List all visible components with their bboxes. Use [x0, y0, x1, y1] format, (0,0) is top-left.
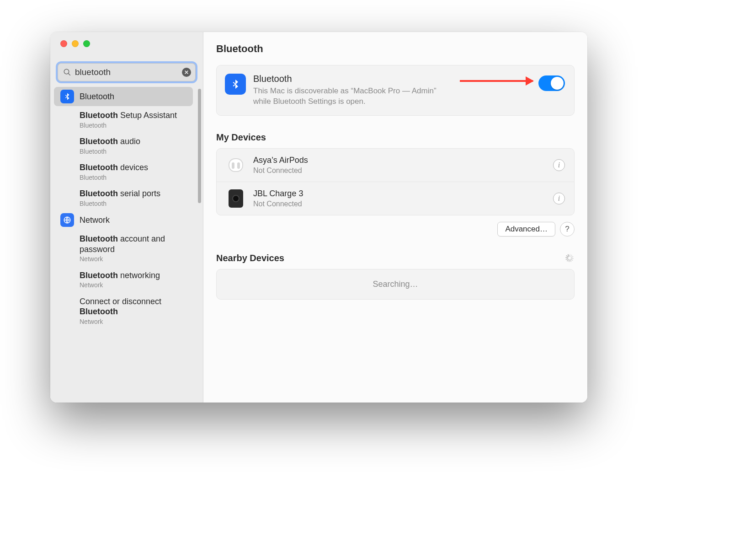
- search-input[interactable]: [58, 63, 196, 81]
- sidebar-item-network[interactable]: Network: [54, 210, 193, 230]
- sidebar: BluetoothBluetooth Setup AssistantBlueto…: [50, 32, 203, 403]
- result-title: Connect or disconnect Bluetooth: [80, 296, 188, 317]
- sidebar-results: BluetoothBluetooth Setup AssistantBlueto…: [50, 87, 203, 403]
- bluetooth-icon: [225, 74, 246, 95]
- search-container: [58, 63, 196, 81]
- result-title: Bluetooth audio: [80, 136, 140, 147]
- result-category: Bluetooth: [80, 174, 148, 182]
- search-icon: [63, 68, 71, 76]
- nearby-status-text: Searching…: [373, 279, 418, 289]
- result-category: Bluetooth: [80, 200, 160, 208]
- minimize-window-button[interactable]: [72, 40, 79, 47]
- network-icon: [60, 213, 74, 227]
- content-pane: Bluetooth Bluetooth This Mac is discover…: [203, 32, 587, 403]
- sidebar-group-label: Bluetooth: [80, 91, 114, 102]
- clear-search-button[interactable]: [182, 68, 191, 77]
- toggle-knob: [551, 77, 564, 90]
- bluetooth-description: This Mac is discoverable as “MacBook Pro…: [253, 86, 455, 107]
- my-devices-actions: Advanced… ?: [216, 222, 575, 236]
- spinner-icon: [564, 253, 575, 263]
- fullscreen-window-button[interactable]: [83, 40, 90, 47]
- result-category: Network: [80, 318, 188, 326]
- bluetooth-toggle[interactable]: [538, 75, 565, 91]
- close-window-button[interactable]: [60, 40, 67, 47]
- close-icon: [184, 70, 189, 75]
- result-title: Bluetooth Setup Assistant: [80, 110, 177, 121]
- device-status: Not Connected: [253, 167, 553, 175]
- bluetooth-heading: Bluetooth: [253, 74, 455, 84]
- sidebar-search-result[interactable]: Bluetooth serial portsBluetooth: [54, 184, 193, 210]
- nearby-devices-card: Searching…: [216, 269, 575, 300]
- my-devices-title: My Devices: [216, 132, 575, 143]
- airpods-icon: [226, 155, 246, 175]
- settings-window: BluetoothBluetooth Setup AssistantBlueto…: [50, 32, 587, 403]
- annotation-arrow: [460, 80, 533, 82]
- device-status: Not Connected: [253, 200, 553, 208]
- device-info-button[interactable]: i: [553, 159, 565, 171]
- device-row[interactable]: Asya’s AirPodsNot Connectedi: [217, 149, 574, 182]
- svg-point-0: [64, 69, 69, 74]
- device-info-button[interactable]: i: [553, 193, 565, 204]
- advanced-button[interactable]: Advanced…: [497, 222, 555, 236]
- result-title: Bluetooth devices: [80, 162, 148, 173]
- bluetooth-icon: [60, 90, 74, 103]
- result-category: Network: [80, 255, 188, 263]
- nearby-devices-title: Nearby Devices: [216, 253, 575, 263]
- sidebar-group-label: Network: [80, 215, 110, 226]
- sidebar-search-result[interactable]: Bluetooth networkingNetwork: [54, 266, 193, 292]
- sidebar-search-result[interactable]: Bluetooth account and passwordNetwork: [54, 230, 193, 266]
- page-title: Bluetooth: [216, 43, 575, 55]
- sidebar-item-bluetooth[interactable]: Bluetooth: [54, 87, 193, 106]
- device-name: Asya’s AirPods: [253, 156, 553, 165]
- sidebar-scrollbar[interactable]: [198, 89, 201, 203]
- result-category: Bluetooth: [80, 148, 140, 156]
- result-title: Bluetooth serial ports: [80, 188, 160, 199]
- bluetooth-status-text: Bluetooth This Mac is discoverable as “M…: [253, 74, 565, 107]
- help-button[interactable]: ?: [560, 222, 575, 236]
- device-name: JBL Charge 3: [253, 189, 553, 199]
- result-title: Bluetooth networking: [80, 270, 160, 281]
- sidebar-search-result[interactable]: Bluetooth devicesBluetooth: [54, 158, 193, 184]
- sidebar-search-result[interactable]: Connect or disconnect BluetoothNetwork: [54, 292, 193, 329]
- result-category: Network: [80, 281, 160, 290]
- result-title: Bluetooth account and password: [80, 234, 188, 254]
- my-devices-list: Asya’s AirPodsNot ConnectediJBL Charge 3…: [216, 148, 575, 215]
- svg-line-1: [68, 73, 70, 75]
- device-row[interactable]: JBL Charge 3Not Connectedi: [217, 182, 574, 215]
- sidebar-search-result[interactable]: Bluetooth Setup AssistantBluetooth: [54, 106, 193, 132]
- window-controls: [50, 32, 203, 54]
- result-category: Bluetooth: [80, 122, 177, 130]
- speaker-icon: [226, 188, 246, 209]
- bluetooth-status-card: Bluetooth This Mac is discoverable as “M…: [216, 65, 575, 116]
- sidebar-search-result[interactable]: Bluetooth audioBluetooth: [54, 132, 193, 158]
